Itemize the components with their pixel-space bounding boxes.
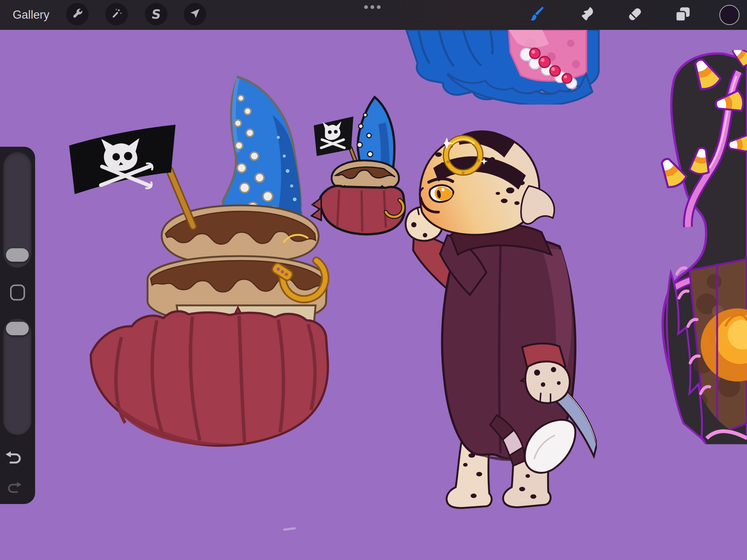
artwork-cheetah-character xyxy=(403,123,597,510)
artwork-pirate-cupcake-small xyxy=(309,93,414,238)
brush-opacity-handle[interactable] xyxy=(6,322,29,335)
brush-size-handle[interactable] xyxy=(6,248,29,262)
arrow-cursor-icon xyxy=(189,7,201,21)
brush-opacity-slider[interactable] xyxy=(3,318,31,435)
smudge-tool-button[interactable] xyxy=(577,5,597,25)
redo-arrow-icon xyxy=(6,491,22,496)
undo-arrow-icon xyxy=(5,461,23,467)
color-swatch-button[interactable] xyxy=(719,5,740,25)
modify-button[interactable] xyxy=(10,284,25,301)
artwork-pirate-cupcake-large xyxy=(69,59,331,449)
stray-brush-mark xyxy=(283,527,296,531)
layers-button[interactable] xyxy=(673,5,693,25)
brush-size-slider[interactable] xyxy=(3,152,31,268)
drawing-canvas[interactable] xyxy=(0,0,747,560)
gallery-button[interactable]: Gallery xyxy=(13,0,49,30)
wrench-icon xyxy=(71,7,84,21)
adjustments-button[interactable] xyxy=(105,3,128,25)
magic-wand-icon xyxy=(110,7,123,21)
canvas-options-dots[interactable] xyxy=(364,5,381,9)
redo-button[interactable] xyxy=(6,482,22,496)
eraser-icon xyxy=(626,5,644,25)
layers-icon xyxy=(673,5,692,25)
paint-tool-button[interactable] xyxy=(527,5,547,25)
s-glyph-icon: S xyxy=(151,7,162,22)
brush-sidebar xyxy=(0,147,35,504)
top-toolbar: Gallery S xyxy=(0,0,747,30)
artwork-candy-corn-cake xyxy=(651,50,747,444)
erase-tool-button[interactable] xyxy=(625,5,645,25)
paintbrush-icon xyxy=(527,5,546,25)
selections-button[interactable]: S xyxy=(145,3,167,25)
undo-button[interactable] xyxy=(5,451,23,467)
smudge-finger-icon xyxy=(577,5,596,25)
procreate-screen: Gallery S xyxy=(0,0,747,560)
transform-button[interactable] xyxy=(184,3,206,25)
artwork-blue-frosting-cake xyxy=(403,30,601,105)
actions-button[interactable] xyxy=(66,3,89,25)
